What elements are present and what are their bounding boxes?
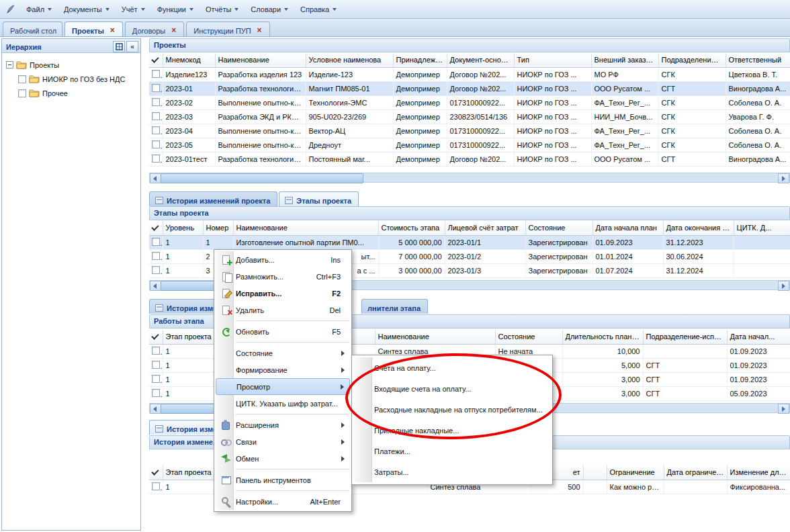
menu-dictionaries[interactable]: Словари <box>245 3 294 16</box>
column-header[interactable]: Лицевой счёт затрат <box>445 221 525 235</box>
column-header[interactable]: Длительность план <box>562 330 643 344</box>
column-header[interactable]: Стоимость этапа <box>378 221 445 235</box>
column-header[interactable]: Уровень <box>163 221 203 235</box>
tree-node-checkbox[interactable] <box>18 89 26 97</box>
column-header[interactable]: Принадлежность <box>393 53 447 67</box>
submenu-item[interactable]: Платежи... <box>354 441 550 461</box>
row-checkbox[interactable] <box>152 375 160 383</box>
submenu-item[interactable]: Расходные накладные на отпуск потребител… <box>354 399 550 420</box>
horizontal-scrollbar[interactable] <box>149 173 790 183</box>
tab-projects[interactable]: Проекты <box>64 21 123 36</box>
table-row[interactable]: 2023-04Выполнение опытно-конс...Вектор-А… <box>149 124 790 138</box>
tree-node-other[interactable]: Прочее <box>2 86 140 100</box>
column-header[interactable] <box>583 466 607 480</box>
menu-file[interactable]: Файл <box>20 3 58 16</box>
submenu-item[interactable]: Приходные накладные... <box>354 420 550 441</box>
scroll-left-icon[interactable] <box>150 281 161 291</box>
tree-node-projects[interactable]: Проекты <box>2 58 140 72</box>
scroll-left-icon[interactable] <box>150 404 161 414</box>
tab-desktop[interactable]: Рабочий стол <box>3 21 62 36</box>
row-checkbox[interactable] <box>152 389 160 397</box>
column-header[interactable]: Этап проекта <box>163 466 216 480</box>
menu-help[interactable]: Справка <box>294 3 343 16</box>
tab-instructions[interactable]: Инструкции ПУП <box>186 21 269 36</box>
column-header[interactable]: Документ-основан <box>447 53 514 67</box>
tree-node-niokr[interactable]: НИОКР по ГОЗ без НДС <box>2 72 140 86</box>
tab-contracts[interactable]: Договоры <box>125 21 184 36</box>
collapse-panel-icon[interactable]: « <box>126 41 138 52</box>
column-header[interactable]: Наименование <box>215 53 306 67</box>
context-menu-item[interactable]: Размножить...Ctrl+F3 <box>216 268 350 285</box>
grid-view-icon[interactable] <box>113 41 125 52</box>
column-header[interactable]: Тип <box>514 53 591 67</box>
scroll-right-icon[interactable] <box>778 281 789 291</box>
submenu-item[interactable]: Счета на оплату... <box>354 357 550 378</box>
column-header[interactable]: Наименование <box>233 221 378 235</box>
column-header[interactable]: Дата окончания план <box>663 221 734 235</box>
close-icon[interactable] <box>255 26 264 35</box>
column-header[interactable]: Дата начала план <box>592 221 663 235</box>
column-header[interactable]: Внешний заказчик <box>591 53 658 67</box>
tab-project-stages[interactable]: Этапы проекта <box>279 191 359 206</box>
column-header[interactable]: Ответственный <box>726 53 790 67</box>
row-checkbox[interactable] <box>152 347 160 355</box>
table-row[interactable]: 2023-01Разработка технологии и...Магнит … <box>149 81 790 95</box>
scroll-left-icon[interactable] <box>150 173 161 183</box>
row-checkbox[interactable] <box>152 252 160 260</box>
column-header[interactable]: Дата ограничения <box>664 466 727 480</box>
row-checkbox[interactable] <box>152 84 160 92</box>
context-menu-item[interactable]: Состояние <box>216 345 350 361</box>
column-header[interactable]: Ограничение <box>607 466 664 480</box>
column-header[interactable]: Этап проекта <box>163 330 216 344</box>
menu-functions[interactable]: Функции <box>151 3 200 16</box>
row-checkbox[interactable] <box>152 154 160 163</box>
column-header[interactable]: Дата начал... <box>727 330 790 344</box>
column-header[interactable]: Подразделение-исполнитель.. <box>643 330 727 344</box>
context-menu-item[interactable]: Обмен <box>216 450 350 467</box>
context-menu-item[interactable]: ОбновитьF5 <box>216 323 350 340</box>
column-header[interactable]: Состояние <box>495 330 562 344</box>
row-checkbox[interactable] <box>152 238 160 246</box>
column-header[interactable]: Мнемокод <box>163 53 215 67</box>
table-row[interactable]: 2023-05Выполнение опытно-конс...Дредноут… <box>149 138 790 152</box>
menu-reports[interactable]: Отчёты <box>200 3 245 16</box>
select-all-header[interactable] <box>149 53 163 67</box>
row-checkbox[interactable] <box>152 98 160 106</box>
select-all-header[interactable] <box>149 221 163 235</box>
column-header[interactable]: Условное наименова <box>306 53 393 67</box>
row-checkbox[interactable] <box>152 112 160 120</box>
context-menu-item[interactable]: Формирование <box>216 361 350 378</box>
column-header[interactable]: Номер <box>203 221 233 235</box>
row-checkbox[interactable] <box>152 266 160 274</box>
tab-project-history[interactable]: История изменений проекта <box>149 191 277 206</box>
row-checkbox[interactable] <box>152 126 160 134</box>
collapse-node-icon[interactable] <box>6 61 13 69</box>
menu-documents[interactable]: Документы <box>58 3 116 16</box>
context-menu-item[interactable]: Панель инструментов <box>216 472 350 488</box>
context-menu-item[interactable]: Просмотр <box>216 378 350 395</box>
table-row[interactable]: 11Изготовление опытной партии ПМ0...5 00… <box>149 235 790 249</box>
context-menu-item[interactable]: Добавить...Ins <box>216 251 350 268</box>
column-header[interactable]: Состояние <box>525 221 592 235</box>
select-all-header[interactable] <box>149 466 163 480</box>
context-menu-item[interactable]: Исправить...F2 <box>216 285 350 302</box>
column-header[interactable]: ЦИТК. Д... <box>734 221 790 235</box>
submenu-item[interactable]: Входящие счета на оплату... <box>354 378 550 399</box>
context-menu-item[interactable]: Связи <box>216 433 350 450</box>
menu-accounting[interactable]: Учёт <box>116 3 151 16</box>
context-menu-item[interactable]: УдалитьDel <box>216 302 350 318</box>
scroll-right-icon[interactable] <box>778 404 789 414</box>
row-checkbox[interactable] <box>152 361 160 369</box>
table-row[interactable]: 2023-03Разработка ЭКД и РКД н...905-U020… <box>149 109 790 124</box>
table-row[interactable]: 2023-01тестРазработка технологии и...Пос… <box>149 152 790 166</box>
submenu-item[interactable]: Затраты... <box>354 461 550 482</box>
close-icon[interactable] <box>108 26 117 35</box>
row-checkbox[interactable] <box>152 140 160 148</box>
close-icon[interactable] <box>169 26 178 35</box>
table-row[interactable]: 2023-02Выполнение опытно-конс...Технолог… <box>149 95 790 109</box>
row-checkbox[interactable] <box>152 482 160 490</box>
row-checkbox[interactable] <box>152 70 160 78</box>
tab-stage-executors[interactable]: лнители этапа <box>361 299 428 314</box>
context-menu-item[interactable]: Расширения <box>216 416 350 433</box>
column-header[interactable]: Подразделение-от <box>658 53 726 67</box>
